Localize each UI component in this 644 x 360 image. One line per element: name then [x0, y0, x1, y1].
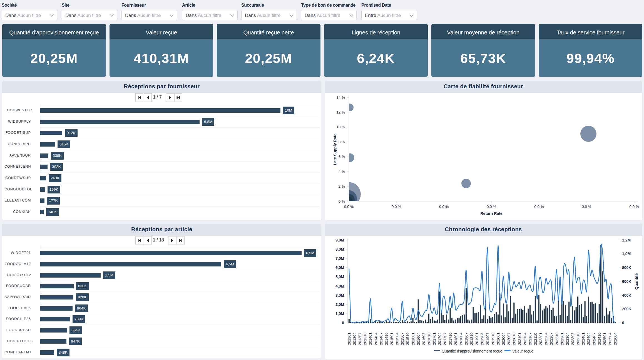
- svg-text:202407: 202407: [592, 333, 596, 345]
- svg-text:201804: 201804: [459, 332, 463, 345]
- svg-text:7,0M: 7,0M: [335, 256, 344, 261]
- svg-text:1,2M: 1,2M: [622, 238, 631, 242]
- svg-text:202204: 202204: [544, 332, 548, 345]
- svg-text:400K: 400K: [622, 293, 631, 298]
- svg-text:201304: 201304: [352, 332, 357, 345]
- svg-text:201901: 201901: [475, 333, 479, 345]
- svg-text:201704: 201704: [437, 332, 442, 345]
- svg-text:12 %: 12 %: [336, 110, 345, 114]
- svg-text:202304: 202304: [565, 332, 570, 345]
- svg-text:201607: 201607: [422, 333, 426, 345]
- svg-text:0,0 %: 0,0 %: [487, 205, 496, 209]
- svg-text:202604: 202604: [613, 332, 617, 345]
- svg-text:201401: 201401: [368, 333, 372, 345]
- svg-text:201801: 201801: [454, 333, 458, 345]
- svg-text:202401: 202401: [581, 333, 585, 345]
- svg-text:201407: 201407: [379, 333, 383, 345]
- svg-text:1,0M: 1,0M: [335, 311, 344, 316]
- svg-text:9,0M: 9,0M: [335, 238, 344, 242]
- svg-text:202504: 202504: [608, 332, 612, 345]
- svg-text:4 %: 4 %: [339, 170, 345, 174]
- svg-text:202001: 202001: [496, 333, 500, 345]
- svg-text:0,0 %: 0,0 %: [439, 205, 449, 209]
- svg-text:6,0M: 6,0M: [335, 265, 344, 270]
- svg-text:8,0M: 8,0M: [335, 247, 344, 251]
- svg-text:200K: 200K: [622, 307, 631, 311]
- svg-text:0,0 %: 0,0 %: [344, 205, 354, 209]
- svg-text:202501: 202501: [603, 333, 607, 345]
- svg-text:202404: 202404: [586, 332, 591, 345]
- svg-text:800K: 800K: [622, 265, 631, 270]
- svg-text:0,0 %: 0,0 %: [582, 205, 591, 209]
- svg-text:201904: 201904: [480, 332, 484, 345]
- svg-text:Late Supply Rate: Late Supply Rate: [333, 134, 337, 165]
- svg-text:2 %: 2 %: [339, 184, 345, 188]
- svg-text:0,0 %: 0,0 %: [534, 205, 544, 209]
- svg-text:201910: 201910: [491, 333, 495, 345]
- svg-text:600K: 600K: [622, 279, 631, 284]
- svg-text:201507: 201507: [400, 333, 404, 345]
- svg-text:201510: 201510: [406, 333, 410, 345]
- svg-text:4,0M: 4,0M: [335, 284, 344, 288]
- svg-text:201604: 201604: [416, 332, 421, 345]
- svg-text:0,0 %: 0,0 %: [392, 205, 401, 209]
- svg-text:201310: 201310: [363, 333, 367, 345]
- svg-text:201907: 201907: [486, 333, 490, 345]
- svg-text:202410: 202410: [597, 333, 601, 345]
- svg-text:Return Rate: Return Rate: [480, 211, 503, 216]
- svg-text:8 %: 8 %: [339, 140, 345, 144]
- svg-text:201501: 201501: [390, 333, 394, 345]
- svg-text:201710: 201710: [448, 333, 452, 345]
- svg-text:5,0M: 5,0M: [335, 275, 344, 279]
- svg-text:202310: 202310: [576, 333, 580, 345]
- svg-text:201810: 201810: [469, 333, 474, 345]
- svg-text:1,0M: 1,0M: [622, 251, 631, 256]
- svg-text:202010: 202010: [512, 333, 516, 345]
- svg-text:3,0M: 3,0M: [335, 293, 344, 298]
- svg-text:202004: 202004: [501, 332, 506, 345]
- svg-text:202007: 202007: [507, 333, 511, 345]
- svg-text:Quantité: Quantité: [634, 273, 639, 290]
- svg-text:2,0M: 2,0M: [335, 302, 344, 307]
- svg-text:202307: 202307: [571, 333, 575, 345]
- svg-text:0 %: 0 %: [339, 199, 345, 203]
- svg-text:201701: 201701: [432, 333, 436, 345]
- svg-text:0: 0: [342, 321, 344, 325]
- svg-text:201610: 201610: [427, 333, 431, 345]
- svg-text:201410: 201410: [384, 333, 389, 345]
- svg-text:6 %: 6 %: [339, 155, 345, 159]
- svg-text:14 %: 14 %: [336, 95, 345, 100]
- svg-text:Quantité d’approvisionnement r: Quantité d’approvisionnement reçue: [442, 349, 503, 353]
- svg-text:202301: 202301: [560, 333, 564, 345]
- svg-text:201707: 201707: [443, 333, 447, 345]
- svg-text:201307: 201307: [358, 333, 362, 345]
- svg-text:201601: 201601: [411, 333, 415, 345]
- svg-text:0,0 %: 0,0 %: [629, 205, 639, 209]
- svg-text:10 %: 10 %: [336, 125, 345, 129]
- svg-text:202207: 202207: [549, 333, 553, 345]
- svg-text:201807: 201807: [464, 333, 468, 345]
- svg-text:202110: 202110: [533, 333, 538, 345]
- svg-text:202107: 202107: [528, 333, 532, 345]
- svg-text:201504: 201504: [395, 332, 399, 345]
- svg-text:0: 0: [622, 321, 624, 325]
- svg-text:202104: 202104: [523, 332, 527, 345]
- svg-text:201301: 201301: [347, 333, 351, 345]
- svg-text:Valeur reçue: Valeur reçue: [512, 349, 533, 353]
- svg-text:202201: 202201: [539, 333, 543, 345]
- svg-text:202101: 202101: [518, 333, 522, 345]
- svg-text:202210: 202210: [555, 333, 559, 345]
- svg-text:201404: 201404: [374, 332, 378, 345]
